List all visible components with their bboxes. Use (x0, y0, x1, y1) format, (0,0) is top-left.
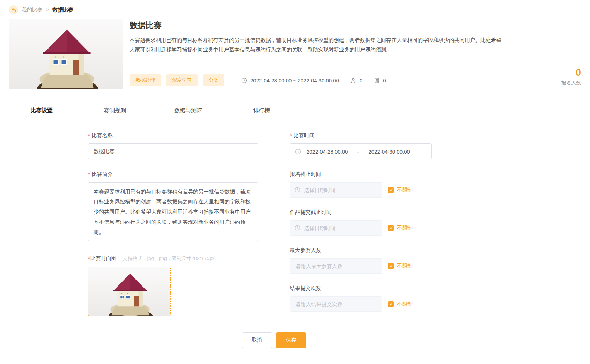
tab-data-evaluation[interactable]: 数据与测评 (157, 103, 219, 120)
save-button[interactable]: 保存 (276, 332, 306, 348)
required-asterisk: * (88, 133, 90, 139)
clock-icon (241, 77, 247, 83)
submission-deadline-input[interactable] (303, 225, 377, 231)
submissions-count-value: 0 (383, 77, 386, 83)
cover-image-label-row: * 比赛封面图 支持格式：jpg、png，限制尺寸282*175px (88, 255, 258, 262)
house-photo-image (9, 19, 123, 89)
back-arrow-icon (11, 7, 16, 13)
max-participants-group: 最大参赛人数 不限制 (290, 247, 432, 274)
result-submissions-unlimited[interactable]: 不限制 (388, 301, 413, 307)
cover-format-hint: 支持格式：jpg、png，限制尺寸282*175px (123, 255, 215, 262)
enroll-deadline-unlimited[interactable]: 不限制 (388, 187, 413, 193)
person-check-icon (351, 77, 356, 83)
max-participants-row: 不限制 (290, 258, 432, 274)
breadcrumb-current: 数据比赛 (52, 7, 73, 13)
submission-deadline-label: 作品提交截止时间 (290, 209, 432, 216)
result-submissions-field[interactable] (290, 296, 382, 312)
result-submissions-row: 不限制 (290, 296, 432, 312)
competition-name-label: * 比赛名称 (88, 132, 258, 139)
result-submissions-group: 结果提交次数 不限制 (290, 285, 432, 312)
competition-cover-photo (9, 19, 123, 89)
submission-deadline-group: 作品提交截止时间 不限制 (290, 209, 432, 236)
cover-image-upload[interactable] (88, 267, 171, 316)
clock-icon (295, 225, 300, 231)
competition-intro-label: * 比赛简介 (88, 171, 258, 178)
required-asterisk: * (88, 171, 90, 177)
clock-icon (295, 187, 300, 193)
enroll-stat: 0 报名人数 (536, 68, 581, 89)
competition-time-label: * 比赛时间 (290, 132, 432, 139)
document-check-icon (374, 77, 380, 83)
enroll-deadline-picker[interactable] (290, 182, 382, 198)
form-actions: 取消 保存 (0, 332, 590, 348)
max-participants-input[interactable] (295, 263, 377, 269)
competition-intro-group: * 比赛简介 本赛题要求利用已有的与目标客群稍有差异的另一批信贷数据，辅助目标业… (88, 171, 258, 243)
competition-settings-page: 我的比赛 > 数据比赛 数据比赛 本赛题要求利用已有的与目标客群稍有差异的另一批… (0, 0, 590, 364)
form-right-column: * 比赛时间 2022-04-28 00:00 - 2022-04-30 00:… (290, 132, 432, 323)
competition-description: 本赛题要求利用已有的与目标客群稍有差异的另一批信贷数据，辅助目标业务风控模型的创… (130, 35, 504, 54)
enroll-deadline-group: 报名截止时间 不限制 (290, 171, 432, 198)
unlimited-label: 不限制 (397, 225, 413, 231)
result-submissions-label: 结果提交次数 (290, 285, 432, 292)
tag-data-processing: 数据处理 (130, 74, 161, 86)
enroll-deadline-label: 报名截止时间 (290, 171, 432, 178)
settings-form: * 比赛名称 * 比赛简介 本赛题要求利用已有的与目标客群稍有差异的另一批信贷数… (0, 120, 590, 323)
checkbox-checked-icon[interactable] (388, 263, 394, 269)
enroll-deadline-row: 不限制 (290, 182, 432, 198)
checkbox-checked-icon[interactable] (388, 301, 394, 307)
competition-dates: 2022-04-28 00:00 ~ 2022-04-30 00:00 (241, 77, 339, 83)
competition-header: 数据比赛 本赛题要求利用已有的与目标客群稍有差异的另一批信贷数据，辅助目标业务风… (0, 18, 590, 89)
required-asterisk: * (88, 255, 90, 261)
form-left-column: * 比赛名称 * 比赛简介 本赛题要求利用已有的与目标客群稍有差异的另一批信贷数… (88, 132, 258, 323)
breadcrumb-parent[interactable]: 我的比赛 (22, 7, 43, 13)
breadcrumb: 我的比赛 > 数据比赛 (0, 0, 590, 18)
competition-title: 数据比赛 (130, 20, 536, 31)
submission-deadline-row: 不限制 (290, 220, 432, 236)
submission-deadline-unlimited[interactable]: 不限制 (388, 225, 413, 231)
participants-count-value: 0 (360, 77, 362, 83)
meta-row: 数据处理 深度学习 分类 2022-04-28 00:00 ~ 2022-04-… (130, 74, 536, 89)
enroll-count: 0 (536, 68, 581, 77)
cover-image-label: * 比赛封面图 (88, 255, 117, 262)
breadcrumb-separator: > (46, 7, 49, 13)
tag-classification: 分类 (203, 74, 224, 86)
cancel-button[interactable]: 取消 (242, 332, 272, 348)
competition-time-range-picker[interactable]: 2022-04-28 00:00 - 2022-04-30 00:00 (290, 143, 432, 159)
tab-bar: 比赛设置 赛制规则 数据与测评 排行榜 (0, 103, 590, 120)
unlimited-label: 不限制 (397, 187, 413, 193)
tag-deep-learning: 深度学习 (166, 74, 198, 86)
competition-name-group: * 比赛名称 (88, 132, 258, 159)
competition-time-group: * 比赛时间 2022-04-28 00:00 - 2022-04-30 00:… (290, 132, 432, 159)
submission-deadline-picker[interactable] (290, 220, 382, 236)
enroll-deadline-input[interactable] (303, 187, 377, 193)
checkbox-checked-icon[interactable] (388, 225, 394, 231)
cover-preview-image (88, 267, 170, 316)
max-participants-field[interactable] (290, 258, 382, 274)
competition-intro-textarea[interactable]: 本赛题要求利用已有的与目标客群稍有差异的另一批信贷数据，辅助目标业务风控模型的创… (88, 182, 258, 241)
competition-name-input[interactable] (88, 143, 258, 159)
date-range-text: 2022-04-28 00:00 ~ 2022-04-30 00:00 (250, 77, 339, 83)
start-datetime: 2022-04-28 00:00 (307, 149, 348, 155)
tab-rules[interactable]: 赛制规则 (84, 103, 146, 120)
max-participants-unlimited[interactable]: 不限制 (388, 263, 413, 269)
header-main: 数据比赛 本赛题要求利用已有的与目标客群稍有差异的另一批信贷数据，辅助目标业务风… (130, 19, 536, 89)
end-datetime: 2022-04-30 00:00 (368, 149, 410, 155)
enroll-label: 报名人数 (536, 80, 581, 86)
max-participants-label: 最大参赛人数 (290, 247, 432, 254)
tab-competition-settings[interactable]: 比赛设置 (10, 103, 73, 120)
unlimited-label: 不限制 (397, 301, 413, 307)
tab-leaderboard[interactable]: 排行榜 (230, 103, 293, 120)
submissions-count: 0 (374, 77, 386, 83)
range-separator: - (357, 149, 359, 155)
clock-icon (295, 149, 301, 155)
back-button[interactable] (9, 5, 18, 14)
participants-count: 0 (351, 77, 362, 83)
required-asterisk: * (290, 133, 292, 139)
checkbox-checked-icon[interactable] (388, 187, 394, 193)
result-submissions-input[interactable] (295, 301, 377, 307)
unlimited-label: 不限制 (397, 263, 413, 269)
